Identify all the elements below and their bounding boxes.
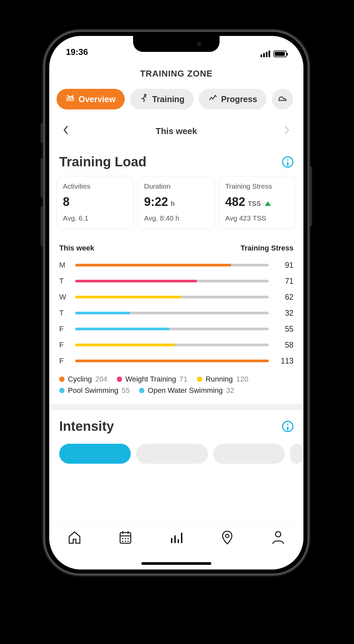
home-indicator <box>141 562 211 565</box>
chart-head-right: Training Stress <box>241 244 293 252</box>
svg-point-2 <box>226 534 229 538</box>
legend-dot-icon <box>59 377 65 382</box>
chart-bar <box>75 328 269 330</box>
card-stress-value: 482 <box>225 195 245 209</box>
chart-header: This week Training Stress <box>49 229 303 257</box>
info-icon[interactable] <box>282 156 293 168</box>
card-stress-avg: Avg 423 TSS <box>225 214 290 222</box>
card-duration-avg: Avg. 8:40 h <box>144 214 209 222</box>
status-time: 19:36 <box>66 47 88 57</box>
legend-dot-icon <box>139 388 144 393</box>
chart-day-label: T <box>59 309 69 317</box>
card-stress-label: Training Stress <box>225 182 290 190</box>
chart-row: F55 <box>59 321 293 337</box>
chart-value: 113 <box>275 357 293 366</box>
chart-day-label: M <box>59 261 69 269</box>
next-week-button[interactable] <box>283 125 290 138</box>
training-stress-chart: M91T71W62T32F55F58F113 <box>49 257 303 369</box>
chart-day-label: F <box>59 341 69 349</box>
chart-up-icon <box>66 93 75 105</box>
chart-value: 91 <box>275 261 293 270</box>
trend-icon <box>208 93 218 105</box>
chart-value: 62 <box>275 293 293 302</box>
chart-value: 32 <box>275 309 293 318</box>
week-label: This week <box>156 126 197 136</box>
nav-location[interactable] <box>219 529 236 547</box>
legend-item: Running 120 <box>197 375 249 384</box>
legend-value: 120 <box>236 375 249 384</box>
chart-value: 71 <box>275 277 293 286</box>
card-duration-unit: h <box>171 200 175 208</box>
legend-dot-icon <box>59 388 65 393</box>
intensity-title: Intensity <box>59 419 114 434</box>
chart-row: M91 <box>59 257 293 273</box>
legend-dot-icon <box>197 377 202 382</box>
legend-item: Weight Training 71 <box>117 375 188 384</box>
chart-row: T32 <box>59 305 293 321</box>
chart-value: 58 <box>275 341 293 350</box>
section-tabs: Overview Training <box>49 85 303 113</box>
section-divider <box>49 404 303 410</box>
intensity-pill[interactable] <box>213 444 285 464</box>
battery-icon <box>273 51 287 57</box>
chart-day-label: W <box>59 293 69 301</box>
chart-bar <box>75 312 269 314</box>
chart-bar <box>75 344 269 346</box>
tab-overview[interactable]: Overview <box>57 89 125 109</box>
nav-home[interactable] <box>66 529 83 547</box>
chart-day-label: F <box>59 325 69 333</box>
shoe-icon <box>278 93 287 105</box>
chart-day-label: F <box>59 357 69 365</box>
legend-item: Cycling 204 <box>59 375 107 384</box>
info-icon[interactable] <box>282 421 293 432</box>
nav-stats[interactable] <box>168 529 185 547</box>
cell-signal-icon <box>261 51 270 57</box>
card-stress-unit: TSS <box>248 200 261 208</box>
card-stress[interactable]: Training Stress 482 TSS Avg 423 TSS <box>219 176 296 229</box>
nav-profile[interactable] <box>270 529 286 547</box>
card-activities-avg: Avg. 6.1 <box>63 214 127 222</box>
week-navigator: This week <box>49 113 303 140</box>
legend-name: Cycling <box>68 375 92 384</box>
legend-item: Open Water Swimming 32 <box>139 386 234 395</box>
bottom-nav <box>49 523 303 569</box>
legend-value: 55 <box>122 386 130 395</box>
card-activities-label: Activities <box>63 182 127 190</box>
legend-name: Open Water Swimming <box>148 386 223 395</box>
training-load-title: Training Load <box>59 154 146 169</box>
card-duration-label: Duration <box>144 182 209 190</box>
running-icon <box>139 93 149 105</box>
tab-progress-label: Progress <box>221 94 257 104</box>
stat-cards: Activities 8 Avg. 6.1 Duration 9:22 h Av… <box>49 176 303 229</box>
intensity-pill[interactable] <box>136 444 208 464</box>
chart-day-label: T <box>59 277 69 285</box>
chart-row: F58 <box>59 337 293 353</box>
tab-training-label: Training <box>152 94 184 104</box>
page-title: TRAINING ZONE <box>49 69 303 79</box>
card-activities[interactable]: Activities 8 Avg. 6.1 <box>57 176 134 229</box>
tab-more[interactable] <box>272 89 293 109</box>
training-load-header: Training Load <box>49 140 303 176</box>
intensity-tabs <box>49 440 303 464</box>
legend-value: 71 <box>179 375 187 384</box>
legend-dot-icon <box>117 377 122 382</box>
page-header: TRAINING ZONE <box>49 59 303 85</box>
intensity-header: Intensity <box>49 410 303 440</box>
card-duration[interactable]: Duration 9:22 h Avg. 8:40 h <box>138 176 215 229</box>
legend-name: Weight Training <box>125 375 176 384</box>
intensity-pill[interactable] <box>290 444 303 464</box>
nav-calendar[interactable] <box>117 529 134 547</box>
legend-name: Pool Swimming <box>68 386 118 395</box>
chart-bar <box>75 360 269 362</box>
chart-row: F113 <box>59 353 293 369</box>
chart-bar <box>75 280 269 282</box>
chart-bar <box>75 296 269 298</box>
chart-row: W62 <box>59 289 293 305</box>
trend-up-icon <box>265 201 271 206</box>
tab-progress[interactable]: Progress <box>199 89 266 109</box>
card-activities-value: 8 <box>63 195 70 209</box>
tab-training[interactable]: Training <box>130 89 194 109</box>
tab-overview-label: Overview <box>79 94 115 104</box>
prev-week-button[interactable] <box>63 125 69 138</box>
intensity-pill-active[interactable] <box>59 444 131 464</box>
